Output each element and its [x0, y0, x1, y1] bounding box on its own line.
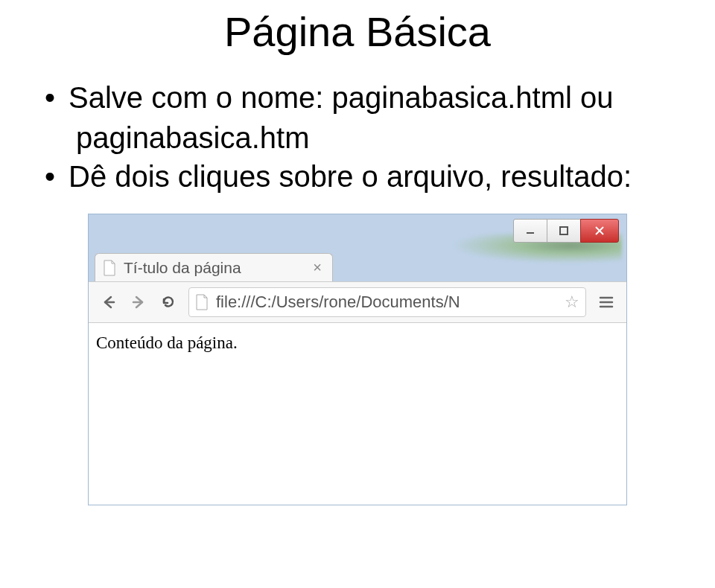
- minimize-icon: [525, 226, 536, 236]
- back-button[interactable]: [96, 290, 121, 315]
- reload-button[interactable]: [156, 290, 181, 315]
- browser-toolbar: file:///C:/Users/rone/Documents/N ☆: [89, 281, 626, 323]
- close-icon: [594, 226, 605, 236]
- file-icon: [195, 294, 209, 310]
- window-controls: [514, 219, 619, 243]
- page-body-text: Conteúdo da página.: [96, 333, 619, 353]
- svg-rect-1: [560, 227, 568, 234]
- bullet-dot-icon: •: [45, 157, 55, 196]
- bullet-list: • Salve com o nome: paginabasica.html ou…: [0, 78, 715, 196]
- window-close-button[interactable]: [580, 219, 619, 243]
- forward-arrow-icon: [130, 294, 147, 310]
- maximize-icon: [559, 226, 569, 236]
- address-bar[interactable]: file:///C:/Users/rone/Documents/N ☆: [188, 287, 586, 317]
- bullet-item-1: • Salve com o nome: paginabasica.html ou: [45, 78, 685, 117]
- bullet-2-text: Dê dois cliques sobre o arquivo, resulta…: [69, 157, 632, 196]
- page-content-area: Conteúdo da página.: [89, 323, 626, 505]
- file-icon: [103, 260, 116, 276]
- bullet-item-2: • Dê dois cliques sobre o arquivo, resul…: [45, 157, 685, 196]
- tab-close-button[interactable]: ×: [310, 259, 325, 276]
- menu-button[interactable]: [594, 290, 619, 315]
- hamburger-icon: [599, 295, 614, 310]
- browser-tab[interactable]: Tí-tulo da página ×: [95, 253, 333, 281]
- slide-title: Página Básica: [0, 0, 715, 56]
- window-minimize-button[interactable]: [513, 219, 547, 243]
- reload-icon: [160, 294, 177, 310]
- back-arrow-icon: [101, 294, 117, 310]
- url-text: file:///C:/Users/rone/Documents/N: [216, 293, 560, 312]
- browser-window: Tí-tulo da página ×: [88, 214, 627, 505]
- bullet-1-text: Salve com o nome: paginabasica.html ou: [69, 78, 614, 117]
- bullet-1-continuation: paginabasica.htm: [45, 118, 685, 157]
- forward-button[interactable]: [126, 290, 151, 315]
- window-maximize-button[interactable]: [547, 219, 581, 243]
- bullet-dot-icon: •: [45, 78, 55, 117]
- bookmark-star-icon[interactable]: ☆: [565, 293, 579, 312]
- tab-strip: Tí-tulo da página ×: [89, 249, 626, 281]
- tab-title: Tí-tulo da página: [124, 259, 310, 277]
